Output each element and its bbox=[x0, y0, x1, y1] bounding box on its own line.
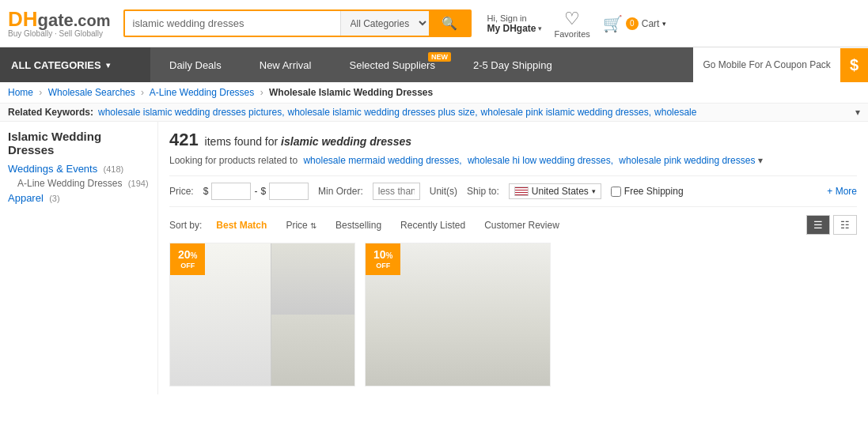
nav-daily-deals-label: Daily Deals bbox=[169, 59, 222, 71]
discount-badge-2: 10% OFF bbox=[366, 243, 400, 275]
nav-categories-arrow: ▾ bbox=[106, 61, 110, 70]
free-shipping-checkbox[interactable] bbox=[611, 187, 621, 197]
logo[interactable]: DHgate.com Buy Globally · Sell Globally bbox=[8, 9, 111, 38]
related-kw-3[interactable]: wholesale pink islamic wedding dresses, bbox=[481, 107, 651, 118]
product-card-1[interactable]: 20% OFF bbox=[169, 243, 355, 387]
sort-label: Sort by: bbox=[169, 220, 202, 231]
price-dash: - bbox=[254, 186, 257, 197]
related-keywords-label: Related Keywords: bbox=[8, 107, 93, 118]
results-count: 421 bbox=[169, 130, 199, 149]
favorites-label: Favorites bbox=[555, 29, 590, 39]
related-keywords-bar: Related Keywords: wholesale islamic wedd… bbox=[0, 104, 868, 122]
min-order-input[interactable] bbox=[373, 183, 420, 200]
sort-bar: Sort by: Best Match Price ⇅ Bestselling … bbox=[169, 215, 857, 235]
related-kw-4[interactable]: wholesale bbox=[654, 107, 696, 118]
us-flag-icon bbox=[514, 187, 529, 196]
related-products: Looking for products related to wholesal… bbox=[169, 155, 857, 166]
category-select[interactable]: All Categories bbox=[340, 11, 429, 36]
cart-area[interactable]: 🛒 0 Cart ▾ bbox=[603, 14, 667, 33]
units-label: Unit(s) bbox=[430, 186, 457, 197]
price-to-input[interactable] bbox=[269, 183, 309, 200]
sort-price-arrow: ⇅ bbox=[310, 221, 316, 230]
breadcrumb-sep-2: › bbox=[141, 87, 144, 98]
free-shipping-label[interactable]: Free Shipping bbox=[611, 186, 684, 197]
nav-item-selected-suppliers[interactable]: Selected Suppliers NEW bbox=[331, 47, 454, 82]
more-filters-link[interactable]: + More bbox=[827, 186, 857, 197]
breadcrumb-sep-3: › bbox=[260, 87, 263, 98]
sort-best-match[interactable]: Best Match bbox=[208, 217, 275, 234]
nav-items: Daily Deals New Arrival Selected Supplie… bbox=[150, 47, 693, 82]
results-query: islamic wedding dresses bbox=[281, 135, 411, 148]
related-product-3[interactable]: wholesale pink wedding dresses bbox=[619, 155, 755, 166]
sidebar-cat-weddings-link[interactable]: Weddings & Events bbox=[8, 163, 97, 175]
search-input[interactable] bbox=[125, 11, 340, 36]
nav-shipping-label: 2-5 Day Shipping bbox=[473, 59, 552, 71]
sign-in-area[interactable]: Hi, Sign in My DHgate ▾ bbox=[487, 13, 542, 34]
sort-price-label: Price bbox=[286, 220, 307, 231]
results-found-text: items found for bbox=[205, 135, 279, 148]
related-products-label: Looking for products related to bbox=[169, 155, 298, 166]
sidebar-sub-aline-link[interactable]: A-Line Wedding Dresses bbox=[17, 178, 123, 189]
nav-categories-label: ALL CATEGORIES bbox=[11, 59, 101, 71]
discount-value-2: 10 bbox=[373, 248, 386, 261]
related-kw-expand[interactable]: ▾ bbox=[855, 107, 860, 118]
sign-in-text: Hi, Sign in bbox=[487, 13, 542, 23]
list-view-button[interactable]: ☰ bbox=[806, 215, 830, 235]
grid-view-button[interactable]: ☷ bbox=[833, 215, 857, 235]
sort-price[interactable]: Price ⇅ bbox=[278, 217, 324, 234]
off-label-2: OFF bbox=[373, 262, 392, 270]
cart-arrow-icon: ▾ bbox=[662, 20, 666, 28]
my-dhgate-link[interactable]: My DHgate bbox=[487, 23, 536, 34]
logo-com: .com bbox=[74, 12, 111, 29]
nav-categories-button[interactable]: ALL CATEGORIES ▾ bbox=[0, 47, 150, 82]
navbar: ALL CATEGORIES ▾ Daily Deals New Arrival… bbox=[0, 47, 868, 82]
sort-recently-listed[interactable]: Recently Listed bbox=[392, 217, 473, 234]
price-range: $ - $ bbox=[203, 183, 309, 200]
breadcrumb-home[interactable]: Home bbox=[8, 87, 33, 98]
nav-item-daily-deals[interactable]: Daily Deals bbox=[150, 47, 241, 82]
sort-customer-review[interactable]: Customer Review bbox=[476, 217, 567, 234]
filter-bar: Price: $ - $ Min Order: Unit(s) Ship to:… bbox=[169, 175, 857, 207]
sort-bestselling[interactable]: Bestselling bbox=[328, 217, 389, 234]
favorites-area[interactable]: ♡ Favorites bbox=[555, 9, 590, 39]
nav-item-shipping[interactable]: 2-5 Day Shipping bbox=[454, 47, 571, 82]
logo-dh: DH bbox=[8, 7, 38, 31]
related-kw-2[interactable]: wholesale islamic wedding dresses plus s… bbox=[287, 107, 477, 118]
breadcrumb-wholesale[interactable]: Wholesale Searches bbox=[48, 87, 135, 98]
nav-coupon-area[interactable]: Go Mobile For A Coupon Pack $ bbox=[693, 47, 868, 82]
cart-icon: 🛒 bbox=[603, 14, 623, 33]
search-button[interactable]: 🔍 bbox=[429, 11, 470, 36]
header-right: Hi, Sign in My DHgate ▾ ♡ Favorites 🛒 0 … bbox=[487, 9, 667, 39]
nav-item-new-arrival[interactable]: New Arrival bbox=[241, 47, 331, 82]
sidebar-title: Islamic Wedding Dresses bbox=[8, 130, 150, 157]
search-bar: All Categories 🔍 bbox=[123, 9, 472, 37]
breadcrumb-aline[interactable]: A-Line Wedding Dresses bbox=[150, 87, 255, 98]
breadcrumb: Home › Wholesale Searches › A-Line Weddi… bbox=[0, 82, 868, 104]
heart-icon: ♡ bbox=[564, 9, 580, 29]
percent-icon-2: % bbox=[386, 251, 393, 260]
main: Islamic Wedding Dresses Weddings & Event… bbox=[0, 122, 868, 394]
ship-to-select-wrapper[interactable]: United States ▾ bbox=[509, 183, 601, 199]
price-label: Price: bbox=[169, 186, 194, 197]
sidebar-category-apparel: Apparel (3) bbox=[8, 192, 150, 204]
price-from-input[interactable] bbox=[211, 183, 251, 200]
related-kw-1[interactable]: wholesale islamic wedding dresses pictur… bbox=[98, 107, 284, 118]
nav-coupon-label: Go Mobile For A Coupon Pack bbox=[693, 59, 840, 70]
sidebar: Islamic Wedding Dresses Weddings & Event… bbox=[0, 122, 158, 394]
product-card-2[interactable]: 10% OFF bbox=[365, 243, 551, 387]
related-expand-icon[interactable]: ▾ bbox=[758, 155, 763, 166]
new-badge: NEW bbox=[428, 52, 451, 62]
sidebar-cat-apparel-link[interactable]: Apparel bbox=[8, 192, 44, 204]
coupon-icon: $ bbox=[840, 48, 868, 82]
sidebar-cat-weddings-count: (418) bbox=[104, 164, 124, 174]
view-toggle: ☰ ☷ bbox=[806, 215, 857, 235]
nav-new-arrival-label: New Arrival bbox=[260, 59, 312, 71]
related-product-1[interactable]: wholesale mermaid wedding dresses, bbox=[303, 155, 461, 166]
breadcrumb-current: Wholesale Islamic Wedding Dresses bbox=[269, 87, 433, 98]
logo-gate: gate bbox=[38, 10, 74, 30]
percent-icon-1: % bbox=[191, 251, 198, 260]
cart-label: Cart bbox=[642, 18, 660, 29]
ship-dropdown-arrow: ▾ bbox=[592, 187, 596, 195]
price-currency-2: $ bbox=[260, 186, 266, 197]
related-product-2[interactable]: wholesale hi low wedding dresses, bbox=[468, 155, 613, 166]
